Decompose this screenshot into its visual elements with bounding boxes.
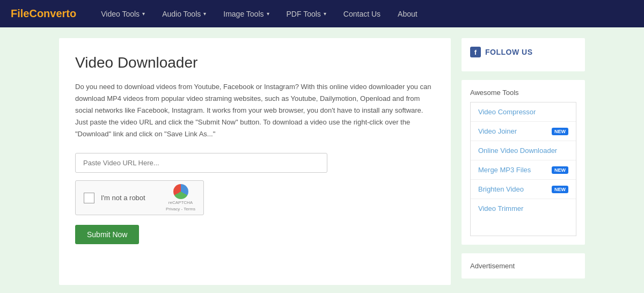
list-item[interactable]: Video Compressor (471, 102, 576, 122)
list-item[interactable]: Brighten VideoNEW (471, 180, 576, 199)
list-item[interactable]: Video Trimmer (471, 199, 576, 218)
nav-item[interactable]: Audio Tools▾ (153, 0, 215, 27)
recaptcha-icon (173, 184, 188, 199)
chevron-down-icon: ▾ (142, 11, 145, 17)
nav-link[interactable]: Contact Us (335, 0, 389, 27)
tool-link[interactable]: Video Joiner (478, 127, 548, 135)
captcha-label: I'm not a robot (101, 194, 159, 202)
tool-link[interactable]: Brighten Video (478, 185, 548, 193)
tool-link[interactable]: Merge MP3 Files (478, 166, 548, 174)
follow-us-header: f FOLLOW US (470, 47, 576, 57)
new-badge: NEW (552, 166, 568, 174)
captcha-checkbox[interactable] (84, 193, 94, 203)
follow-us-title: FOLLOW US (485, 48, 533, 56)
advertisement-box: Advertisement (462, 253, 585, 279)
nav-item[interactable]: About (389, 0, 426, 27)
follow-us-box: f FOLLOW US (462, 38, 585, 71)
chevron-down-icon: ▾ (324, 11, 326, 17)
page-title: Video Downloader (75, 54, 435, 71)
nav-item[interactable]: Image Tools▾ (215, 0, 277, 27)
url-input[interactable] (75, 153, 327, 173)
new-badge: NEW (552, 186, 568, 193)
list-item[interactable]: Online Video Downloader (471, 141, 576, 160)
nav-link[interactable]: PDF Tools▾ (278, 0, 335, 27)
nav-link[interactable]: Image Tools▾ (215, 0, 277, 27)
nav-link[interactable]: Video Tools▾ (92, 0, 153, 27)
awesome-tools-title: Awesome Tools (470, 89, 576, 97)
page-container: Video Downloader Do you need to download… (54, 38, 590, 285)
advertisement-title: Advertisement (470, 262, 576, 270)
awesome-tools-box: Awesome Tools Video CompressorVideo Join… (462, 80, 585, 245)
list-item[interactable]: Merge MP3 FilesNEW (471, 160, 576, 180)
facebook-icon: f (470, 47, 481, 57)
new-badge: NEW (552, 128, 568, 135)
nav-item[interactable]: PDF Tools▾ (278, 0, 335, 27)
tools-scroll[interactable]: Video CompressorVideo JoinerNEWOnline Vi… (470, 102, 576, 236)
sidebar: f FOLLOW US Awesome Tools Video Compress… (462, 38, 585, 285)
nav-link[interactable]: Audio Tools▾ (153, 0, 215, 27)
captcha-logo: reCAPTCHA Privacy - Terms (166, 184, 195, 211)
tool-link[interactable]: Video Trimmer (478, 204, 568, 213)
nav-links: Video Tools▾Audio Tools▾Image Tools▾PDF … (92, 0, 426, 27)
nav-item[interactable]: Contact Us (335, 0, 389, 27)
tool-link[interactable]: Video Compressor (478, 108, 568, 116)
brand-text-before: FileConvert (11, 8, 70, 19)
main-content: Video Downloader Do you need to download… (59, 38, 451, 285)
recaptcha-brand: reCAPTCHA (169, 200, 193, 206)
captcha-box: I'm not a robot reCAPTCHA Privacy - Term… (75, 180, 204, 215)
nav-item[interactable]: Video Tools▾ (92, 0, 153, 27)
tool-link[interactable]: Online Video Downloader (478, 146, 568, 155)
nav-link[interactable]: About (389, 0, 426, 27)
recaptcha-sub: Privacy - Terms (166, 207, 195, 212)
brand-logo[interactable]: FileConverto (11, 8, 76, 20)
chevron-down-icon: ▾ (203, 11, 206, 17)
list-item[interactable]: Video JoinerNEW (471, 122, 576, 141)
description: Do you need to download videos from Yout… (75, 81, 435, 140)
submit-button[interactable]: Submit Now (75, 225, 139, 244)
navbar: FileConverto Video Tools▾Audio Tools▾Ima… (0, 0, 644, 27)
brand-text-accent: o (70, 8, 76, 19)
chevron-down-icon: ▾ (267, 11, 269, 17)
